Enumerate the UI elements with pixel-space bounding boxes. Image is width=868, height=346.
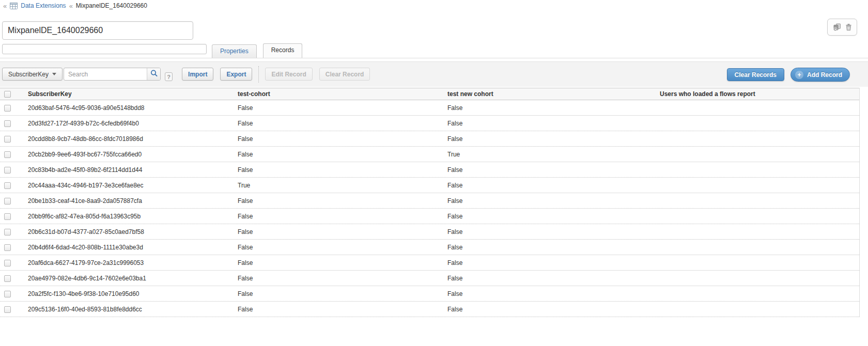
search-field-dropdown[interactable]: SubscriberKey bbox=[2, 68, 63, 81]
cell-subscriberkey: 20cdd8b8-9cb7-48db-86cc-8fdc7018986d bbox=[25, 135, 235, 143]
add-record-button[interactable]: + Add Record bbox=[791, 68, 850, 82]
table-row[interactable]: 20cb2bb9-9ee6-493f-bc67-755fcca66ed0 Fal… bbox=[0, 147, 859, 162]
extension-description-input[interactable] bbox=[2, 44, 207, 54]
cell-subscriberkey: 209c5136-16f0-40ed-8593-81b8fe8dd6cc bbox=[25, 306, 235, 313]
select-all-checkbox[interactable] bbox=[4, 91, 11, 98]
row-checkbox[interactable] bbox=[4, 275, 11, 282]
cell-test-cohort: False bbox=[235, 244, 444, 251]
table-row[interactable]: 20d63baf-5476-4c95-9036-a90e5148bdd8 Fal… bbox=[0, 100, 859, 116]
search-button[interactable] bbox=[147, 68, 160, 80]
chevron-down-icon bbox=[52, 73, 56, 75]
table-row[interactable]: 20be1b33-ceaf-41ce-8aa9-2da057887cfa Fal… bbox=[0, 193, 859, 209]
magnifier-icon bbox=[150, 69, 158, 79]
help-icon[interactable]: ? bbox=[165, 72, 173, 81]
row-checkbox[interactable] bbox=[4, 167, 11, 174]
search-input[interactable] bbox=[64, 68, 161, 81]
toolbar-separator bbox=[258, 66, 259, 83]
cell-subscriberkey: 20ae4979-082e-4db6-9c14-7602e6e03ba1 bbox=[25, 275, 235, 282]
row-checkbox[interactable] bbox=[4, 306, 11, 313]
cell-test-new-cohort: False bbox=[444, 290, 657, 297]
cell-test-new-cohort: False bbox=[444, 197, 657, 205]
extension-actions-box bbox=[827, 19, 857, 36]
row-checkbox[interactable] bbox=[4, 260, 11, 266]
row-checkbox[interactable] bbox=[4, 120, 11, 127]
breadcrumb-separator: « bbox=[69, 2, 73, 10]
records-table: SubscriberKey test-cohort test new cohor… bbox=[0, 88, 860, 317]
table-row[interactable]: 209c5136-16f0-40ed-8593-81b8fe8dd6cc Fal… bbox=[0, 302, 859, 317]
table-row[interactable]: 20a2f5fc-f130-4be6-9f38-10e710e95d60 Fal… bbox=[0, 286, 859, 302]
cell-test-new-cohort: False bbox=[444, 213, 657, 220]
cell-test-cohort: False bbox=[235, 290, 444, 297]
cell-subscriberkey: 20be1b33-ceaf-41ce-8aa9-2da057887cfa bbox=[25, 197, 235, 205]
cell-test-cohort: False bbox=[235, 135, 444, 143]
copy-icon[interactable] bbox=[833, 23, 841, 31]
row-checkbox[interactable] bbox=[4, 151, 11, 158]
column-header-test-new-cohort: test new cohort bbox=[444, 90, 657, 98]
cell-test-new-cohort: False bbox=[444, 166, 657, 174]
table-row[interactable]: 20cdd8b8-9cb7-48db-86cc-8fdc7018986d Fal… bbox=[0, 131, 859, 147]
table-row[interactable]: 20af6dca-6627-4179-97ce-2a31c9996053 Fal… bbox=[0, 255, 859, 271]
cell-test-new-cohort: False bbox=[444, 275, 657, 282]
cell-subscriberkey: 20d63baf-5476-4c95-9036-a90e5148bdd8 bbox=[25, 104, 235, 112]
cell-subscriberkey: 20c44aaa-434c-4946-b197-3e3ce6fae8ec bbox=[25, 182, 235, 189]
breadcrumb-current: MixpanelDE_1640029660 bbox=[76, 2, 147, 9]
cell-test-new-cohort: False bbox=[444, 120, 657, 127]
row-checkbox[interactable] bbox=[4, 182, 11, 189]
cell-test-cohort: True bbox=[235, 182, 444, 189]
plus-icon: + bbox=[795, 71, 803, 79]
cell-test-new-cohort: False bbox=[444, 259, 657, 266]
data-extension-grid-icon bbox=[10, 3, 18, 9]
row-checkbox[interactable] bbox=[4, 198, 11, 205]
table-row[interactable]: 20ae4979-082e-4db6-9c14-7602e6e03ba1 Fal… bbox=[0, 271, 859, 286]
cell-subscriberkey: 20cb2bb9-9ee6-493f-bc67-755fcca66ed0 bbox=[25, 151, 235, 158]
extension-name-input[interactable] bbox=[2, 21, 193, 40]
cell-test-cohort: False bbox=[235, 275, 444, 282]
clear-record-button[interactable]: Clear Record bbox=[319, 68, 370, 81]
records-toolbar: SubscriberKey ? Import Export Edit Recor… bbox=[0, 61, 868, 87]
cell-test-cohort: False bbox=[235, 306, 444, 313]
clear-records-button[interactable]: Clear Records bbox=[727, 68, 784, 81]
cell-subscriberkey: 20b6c31d-b07d-4377-a027-85c0aed7bf58 bbox=[25, 228, 235, 235]
breadcrumb-data-extensions-link[interactable]: Data Extensions bbox=[21, 2, 66, 9]
cell-test-new-cohort: False bbox=[444, 135, 657, 143]
cell-test-cohort: False bbox=[235, 166, 444, 174]
table-row[interactable]: 20c44aaa-434c-4946-b197-3e3ce6fae8ec Tru… bbox=[0, 178, 859, 193]
cell-subscriberkey: 20a2f5fc-f130-4be6-9f38-10e710e95d60 bbox=[25, 290, 235, 297]
table-body: 20d63baf-5476-4c95-9036-a90e5148bdd8 Fal… bbox=[0, 100, 859, 317]
edit-record-button[interactable]: Edit Record bbox=[265, 68, 312, 81]
tab-divider bbox=[0, 58, 868, 58]
column-header-subscriberkey: SubscriberKey bbox=[25, 90, 235, 98]
export-button[interactable]: Export bbox=[220, 68, 252, 81]
row-checkbox[interactable] bbox=[4, 291, 11, 297]
row-checkbox[interactable] bbox=[4, 229, 11, 235]
back-chevron-icon[interactable]: « bbox=[3, 2, 7, 10]
cell-test-cohort: False bbox=[235, 197, 444, 205]
table-row[interactable]: 20c83b4b-ad2e-45f0-89b2-6f2114dd1d44 Fal… bbox=[0, 162, 859, 178]
cell-test-cohort: False bbox=[235, 151, 444, 158]
cell-test-cohort: False bbox=[235, 104, 444, 112]
table-row[interactable]: 20b4d6f4-6dad-4c20-808b-1111e30abe3d Fal… bbox=[0, 240, 859, 255]
tab-bar: Properties Records bbox=[212, 44, 302, 58]
table-row[interactable]: 20bb9f6c-af82-47ea-805d-f6a13963c95b Fal… bbox=[0, 209, 859, 224]
data-extension-records-page: « Data Extensions « MixpanelDE_164002966… bbox=[0, 0, 868, 346]
row-checkbox[interactable] bbox=[4, 213, 11, 220]
table-row[interactable]: 20d3fd27-172f-4939-b72c-6cfedb69f4b0 Fal… bbox=[0, 116, 859, 131]
trash-icon[interactable] bbox=[845, 23, 852, 31]
tab-records[interactable]: Records bbox=[263, 43, 303, 58]
row-checkbox[interactable] bbox=[4, 244, 11, 251]
add-record-label: Add Record bbox=[807, 71, 842, 78]
row-checkbox[interactable] bbox=[4, 136, 11, 143]
import-button[interactable]: Import bbox=[182, 68, 213, 81]
cell-test-cohort: False bbox=[235, 259, 444, 266]
cell-test-new-cohort: False bbox=[444, 182, 657, 189]
cell-subscriberkey: 20bb9f6c-af82-47ea-805d-f6a13963c95b bbox=[25, 213, 235, 220]
table-row[interactable]: 20b6c31d-b07d-4377-a027-85c0aed7bf58 Fal… bbox=[0, 224, 859, 240]
cell-test-cohort: False bbox=[235, 120, 444, 127]
column-header-test-cohort: test-cohort bbox=[235, 90, 444, 98]
cell-test-new-cohort: True bbox=[444, 151, 657, 158]
cell-test-cohort: False bbox=[235, 228, 444, 235]
tab-properties[interactable]: Properties bbox=[212, 44, 257, 58]
row-checkbox[interactable] bbox=[4, 105, 11, 112]
cell-test-new-cohort: False bbox=[444, 306, 657, 313]
cell-subscriberkey: 20af6dca-6627-4179-97ce-2a31c9996053 bbox=[25, 259, 235, 266]
